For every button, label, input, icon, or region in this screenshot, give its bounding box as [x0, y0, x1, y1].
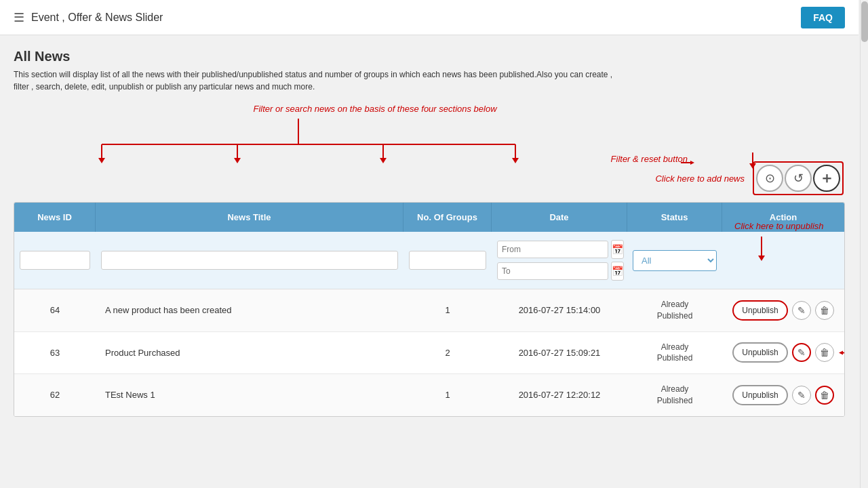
col-status: Status [627, 203, 722, 232]
toolbar-row: Click here to add news Filter & reset bu… [14, 161, 845, 195]
cell-id: 62 [14, 380, 96, 409]
section-title: All News [14, 49, 845, 64]
unpublish-arrow [762, 237, 782, 262]
to-calendar-button[interactable]: 📅 [611, 262, 624, 281]
filter-groups-cell [403, 248, 492, 272]
col-no-of-groups: No. Of Groups [403, 203, 492, 232]
unpublish-annotation: Click here to unpublish [734, 221, 824, 231]
edit-button[interactable]: ✎ [792, 301, 811, 320]
cell-id: 64 [14, 296, 96, 325]
cell-status: AlreadyPublished [627, 332, 722, 374]
scrollbar-thumb[interactable] [861, 1, 868, 42]
filter-status-cell: All Already Published Unpublished [627, 247, 722, 274]
cell-groups: 1 [403, 380, 492, 409]
delete-button[interactable]: 🗑 [815, 343, 834, 362]
status-dropdown[interactable]: All Already Published Unpublished [633, 250, 717, 271]
cell-date: 2016-07-27 12:20:12 [492, 380, 627, 409]
cell-groups: 1 [403, 296, 492, 325]
filter-row: 📅 📅 All Already Published Unpublished [14, 232, 844, 289]
filter-title-cell [96, 248, 403, 272]
svg-marker-13 [690, 161, 694, 165]
filter-title-input[interactable] [101, 251, 398, 270]
table-row: 63 Product Purchased 2 2016-07-27 15:09:… [14, 332, 844, 375]
header-bar: ☰ Event , Offer & News Slider FAQ [0, 0, 859, 35]
edit-arrow [842, 349, 845, 356]
date-inputs: 📅 📅 [497, 240, 622, 281]
cell-groups: 2 [403, 338, 492, 367]
cell-title: A new product has been created [96, 296, 403, 325]
cell-title: Product Purchased [96, 338, 403, 367]
cell-date: 2016-07-27 15:09:21 [492, 338, 627, 367]
filter-id-cell [14, 248, 96, 272]
col-news-title: News Title [96, 203, 403, 232]
scrollbar[interactable] [860, 0, 868, 417]
filter-groups-input[interactable] [409, 251, 486, 270]
to-input[interactable] [497, 262, 608, 280]
to-row: 📅 [497, 262, 622, 281]
from-row: 📅 [497, 240, 622, 259]
add-news-annotation: Click here to add news [655, 174, 745, 184]
menu-icon: ☰ [14, 10, 24, 25]
unpublish-button[interactable]: Unpublish [732, 342, 787, 363]
filter-id-input[interactable] [20, 251, 90, 270]
from-calendar-button[interactable]: 📅 [611, 240, 624, 259]
unpublish-button[interactable]: Unpublish [732, 385, 787, 405]
table-header: News ID News Title No. Of Groups Date St… [14, 203, 844, 232]
svg-marker-15 [758, 256, 765, 261]
edit-button[interactable]: ✎ [792, 343, 811, 362]
cell-date: 2016-07-27 15:14:00 [492, 296, 627, 325]
faq-button[interactable]: FAQ [801, 7, 845, 28]
table-row: 64 A new product has been created 1 2016… [14, 289, 844, 332]
filter-annotation: Filter or search news on the basis of th… [0, 104, 791, 114]
filter-date-cell: 📅 📅 [492, 237, 627, 283]
from-input[interactable] [497, 241, 608, 258]
cell-action: Unpublish ✎ 🗑 edit news [722, 333, 844, 372]
cell-status: AlreadyPublished [627, 289, 722, 331]
section-desc: This section will display list of all th… [14, 68, 624, 93]
edit-button[interactable]: ✎ [792, 386, 811, 405]
reset-button[interactable]: ↺ [785, 165, 812, 192]
cell-action: Unpublish ✎ 🗑 Delete news [722, 375, 844, 415]
unpublish-button[interactable]: Unpublish [732, 300, 787, 321]
delete-button[interactable]: 🗑 [815, 386, 834, 405]
toolbar-buttons: ⊙ ↺ ＋ [753, 161, 844, 195]
main-content: All News This section will display list … [0, 35, 859, 417]
filter-button[interactable]: ⊙ [756, 165, 783, 192]
header-left: ☰ Event , Offer & News Slider [14, 10, 163, 25]
cell-title: TEst News 1 [96, 380, 403, 409]
filter-reset-arrow [681, 161, 694, 165]
svg-marker-17 [839, 350, 843, 354]
col-news-id: News ID [14, 203, 96, 232]
edit-annotation: edit news [842, 348, 845, 358]
col-date: Date [492, 203, 627, 232]
cell-id: 63 [14, 338, 96, 367]
add-news-button[interactable]: ＋ [813, 165, 840, 192]
cell-status: AlreadyPublished [627, 374, 722, 416]
filter-action-cell: Click here to unpublish [722, 258, 844, 263]
app-title: Event , Offer & News Slider [31, 12, 163, 24]
cell-action: Unpublish ✎ 🗑 [722, 291, 844, 330]
news-table: News ID News Title No. Of Groups Date St… [14, 202, 845, 417]
table-row: 62 TEst News 1 1 2016-07-27 12:20:12 Alr… [14, 374, 844, 416]
filter-reset-annotation: Filter & reset button [611, 154, 688, 164]
delete-button[interactable]: 🗑 [815, 301, 834, 320]
